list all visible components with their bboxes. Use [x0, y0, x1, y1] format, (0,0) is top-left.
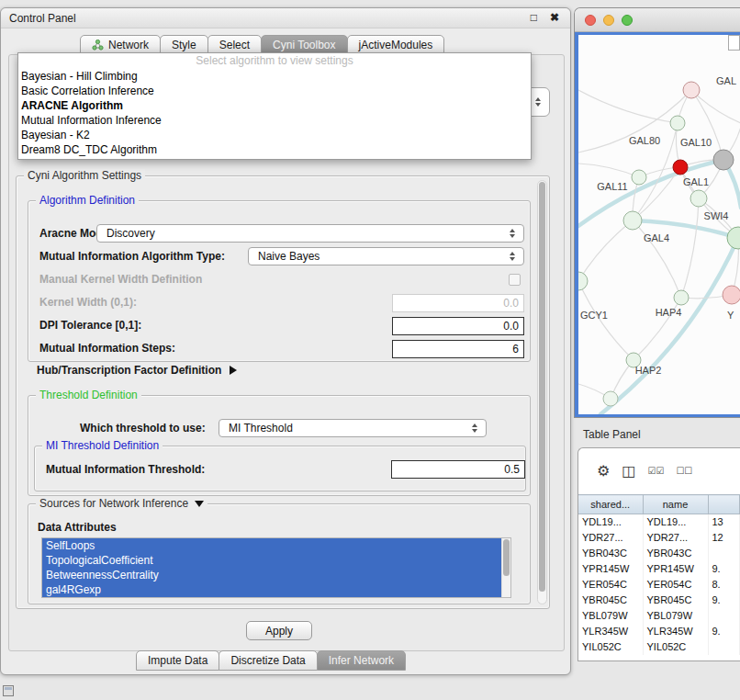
list-item[interactable]: TopologicalCoefficient	[42, 553, 501, 568]
dpi-tolerance-field[interactable]: 0.0	[392, 317, 524, 335]
node-label: HAP2	[635, 365, 662, 376]
network-edge[interactable]	[578, 164, 639, 177]
dpi-tolerance-label: DPI Tolerance [0,1]:	[39, 319, 141, 332]
table-row[interactable]: YER054CYER054C8.	[578, 577, 740, 593]
network-canvas[interactable]: GALGAL80GAL10GAL11GAL1SWI4GAL4GCY1HAP4YH…	[578, 35, 740, 414]
table-cell: YBR043C	[578, 546, 643, 561]
which-threshold-label: Which threshold to use:	[80, 422, 206, 435]
algorithm-option[interactable]: Basic Correlation Inference	[18, 84, 531, 98]
table-cell: YIL052C	[643, 639, 708, 655]
table-cell: YIL052C	[578, 639, 643, 655]
table-row[interactable]: YIL052CYIL052C	[578, 639, 740, 655]
scrollbar-thumb[interactable]	[503, 539, 510, 576]
mi-threshold-definition-title: MI Threshold Definition	[42, 439, 163, 452]
scrollbar-thumb[interactable]	[539, 182, 545, 592]
table-cell	[708, 546, 740, 561]
list-scrollbar[interactable]	[501, 538, 510, 597]
table-cell: YPR145W	[578, 561, 643, 577]
float-panel-button[interactable]: □	[531, 11, 537, 24]
algorithm-option[interactable]: Bayesian - K2	[18, 128, 531, 142]
network-node[interactable]	[674, 290, 689, 305]
table-row[interactable]: YDR27...YDR27...12	[578, 530, 740, 546]
table-cell: YBR045C	[643, 593, 708, 608]
network-node[interactable]	[673, 160, 688, 175]
table-row[interactable]: YBR043CYBR043C	[578, 546, 740, 561]
column-header[interactable]	[708, 495, 740, 514]
desktop: Control Panel □ ✖ NetworkStyleSelectCyni…	[0, 0, 740, 700]
expand-arrow-icon	[230, 366, 237, 375]
network-node[interactable]	[603, 391, 618, 406]
network-node[interactable]	[683, 82, 700, 98]
bottom-tabs: Impute DataDiscretize DataInfer Network	[136, 650, 405, 671]
sources-group-title[interactable]: Sources for Network Inference	[36, 497, 207, 510]
table-row[interactable]: YBR045CYBR045C9.	[578, 593, 740, 608]
network-edge[interactable]	[578, 90, 678, 123]
mi-steps-field[interactable]: 6	[392, 340, 524, 358]
table-row[interactable]: YLR345WYLR345W9.	[578, 624, 740, 639]
network-node[interactable]	[632, 170, 646, 185]
algorithm-option[interactable]: Mutual Information Inference	[18, 113, 531, 128]
gear-icon[interactable]: ⚙	[597, 464, 610, 479]
apply-button[interactable]: Apply	[246, 621, 312, 640]
table-row[interactable]: YPR145WYPR145W9.	[578, 561, 740, 577]
kernel-width-label: Kernel Width (0,1):	[39, 296, 137, 309]
combo-arrows-icon	[532, 97, 544, 107]
node-label: GAL80	[629, 135, 660, 146]
hub-definition-toggle[interactable]: Hub/Transcription Factor Definition	[37, 364, 237, 377]
table-cell: YDL19...	[643, 514, 708, 530]
settings-scrollbar[interactable]	[537, 180, 547, 604]
threshold-type-select[interactable]: MI Threshold	[219, 419, 487, 437]
table-toolbar: ⚙◫☑☑☐☐	[578, 448, 740, 494]
network-edge[interactable]	[691, 90, 723, 160]
tab-label: jActiveModules	[359, 39, 433, 51]
data-attributes-list[interactable]: SelfLoopsTopologicalCoefficientBetweenne…	[41, 537, 511, 598]
network-node[interactable]	[670, 116, 685, 130]
network-canvas-frame: GALGAL80GAL10GAL11GAL1SWI4GAL4GCY1HAP4YH…	[575, 32, 740, 417]
close-panel-button[interactable]: ✖	[550, 11, 559, 24]
column-header[interactable]: name	[643, 495, 708, 514]
close-traffic-light-icon[interactable]	[585, 15, 596, 26]
network-edge[interactable]	[578, 220, 633, 281]
algorithm-option[interactable]: ARACNE Algorithm	[18, 98, 531, 113]
network-edge[interactable]	[578, 281, 633, 360]
network-node[interactable]	[623, 211, 642, 230]
tab-label: Network	[108, 39, 149, 51]
zoom-traffic-light-icon[interactable]	[622, 15, 633, 26]
threshold-definition-group: Threshold Definition Which threshold to …	[28, 395, 531, 496]
list-item[interactable]: BetweennessCentrality	[42, 568, 501, 582]
network-node[interactable]	[578, 272, 588, 290]
table-panel-window: ⚙◫☑☑☐☐ shared...name YDL19...YDL19...13Y…	[577, 447, 740, 661]
network-scrollbar-stub[interactable]	[728, 35, 740, 51]
algorithm-option[interactable]: Dream8 DC_TDC Algorithm	[18, 142, 531, 157]
network-edge[interactable]	[691, 90, 740, 123]
minimized-panel-icon[interactable]	[3, 685, 14, 696]
network-node[interactable]	[723, 286, 740, 304]
cyni-algorithm-settings-group: Cyni Algorithm Settings Algorithm Defini…	[16, 175, 550, 609]
columns-icon[interactable]: ◫	[622, 464, 635, 479]
table-cell: YBR043C	[643, 546, 708, 561]
network-edge[interactable]	[600, 238, 738, 414]
network-edge[interactable]	[681, 198, 699, 298]
aracne-mode-select[interactable]: Discovery	[96, 224, 524, 243]
tab-discretize-data[interactable]: Discretize Data	[219, 650, 317, 671]
mi-type-select[interactable]: Naive Bayes	[248, 247, 524, 265]
list-item[interactable]: gal4RGexp	[42, 582, 501, 597]
table-row[interactable]: YDL19...YDL19...13	[578, 514, 740, 530]
deselect-all-columns-icon[interactable]: ☐☐	[676, 467, 692, 476]
node-label: GAL	[716, 75, 736, 86]
tab-impute-data[interactable]: Impute Data	[136, 650, 219, 671]
manual-kernel-checkbox[interactable]	[509, 274, 521, 286]
network-node[interactable]	[713, 150, 734, 170]
sources-title-label: Sources for Network Inference	[39, 497, 188, 510]
minimize-traffic-light-icon[interactable]	[603, 15, 614, 26]
mi-threshold-field[interactable]: 0.5	[391, 460, 525, 479]
network-node[interactable]	[690, 190, 707, 207]
tab-label: Cyni Toolbox	[273, 39, 335, 51]
algorithm-option[interactable]: Bayesian - Hill Climbing	[18, 69, 531, 84]
table-row[interactable]: YBL079WYBL079W	[578, 608, 740, 624]
select-all-columns-icon[interactable]: ☑☑	[647, 467, 664, 476]
kernel-width-field[interactable]: 0.0	[392, 294, 524, 312]
list-item[interactable]: SelfLoops	[42, 538, 501, 553]
tab-infer-network[interactable]: Infer Network	[317, 650, 406, 671]
column-header[interactable]: shared...	[578, 495, 643, 514]
